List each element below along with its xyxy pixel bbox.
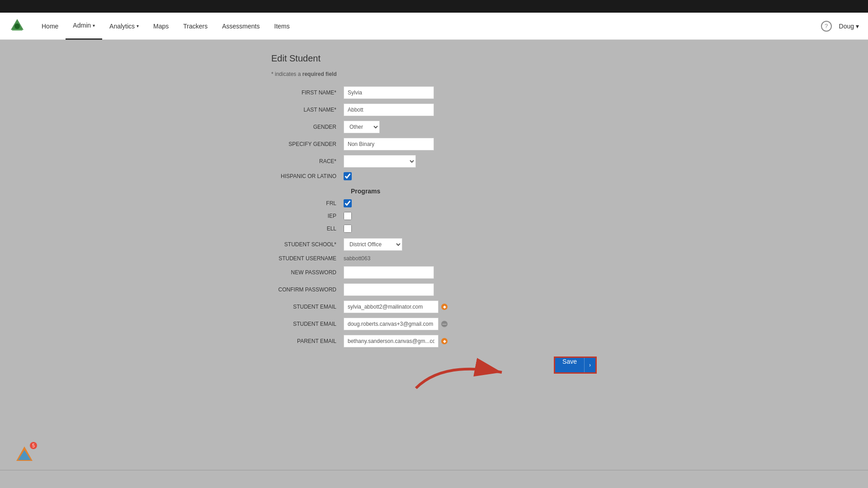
student-username-label: STUDENT USERNAME bbox=[271, 255, 344, 262]
last-name-input[interactable] bbox=[344, 103, 434, 116]
ell-row: ELL bbox=[271, 225, 597, 233]
app-logo[interactable] bbox=[9, 17, 25, 35]
specify-gender-row: SPECIFY GENDER bbox=[271, 138, 597, 150]
new-password-input[interactable] bbox=[344, 266, 434, 279]
nav-trackers[interactable]: Trackers bbox=[176, 13, 215, 40]
first-name-row: FIRST NAME* bbox=[271, 86, 597, 99]
ell-checkbox[interactable] bbox=[344, 225, 352, 233]
user-menu[interactable]: Doug ▾ bbox=[839, 23, 859, 30]
student-school-row: STUDENT SCHOOL* District Office School A… bbox=[271, 238, 597, 251]
race-label: RACE* bbox=[271, 158, 344, 164]
save-button-arrow-icon: › bbox=[584, 358, 595, 372]
iep-checkbox[interactable] bbox=[344, 212, 352, 220]
floating-icon[interactable]: 5 bbox=[14, 444, 35, 465]
student-school-label: STUDENT SCHOOL* bbox=[271, 241, 344, 248]
gender-label: GENDER bbox=[271, 124, 344, 130]
nav-admin[interactable]: Admin ▾ bbox=[66, 13, 102, 40]
race-row: RACE* American Indian or Alaska Native A… bbox=[271, 155, 597, 168]
hispanic-checkbox[interactable] bbox=[344, 172, 352, 180]
first-name-label: FIRST NAME* bbox=[271, 89, 344, 96]
student-email-2-input[interactable] bbox=[344, 318, 439, 330]
specify-gender-input[interactable] bbox=[344, 138, 434, 150]
nav-items[interactable]: Items bbox=[267, 13, 297, 40]
form-container: Edit Student * indicates a required fiel… bbox=[262, 53, 606, 401]
confirm-password-row: CONFIRM PASSWORD bbox=[271, 283, 597, 296]
user-name: Doug bbox=[839, 23, 854, 30]
student-username-value: sabbott063 bbox=[344, 255, 370, 262]
parent-email-container: ◆ bbox=[344, 335, 448, 347]
page-title: Edit Student bbox=[271, 53, 597, 64]
nav-analytics[interactable]: Analytics ▾ bbox=[102, 13, 146, 40]
student-email-2-label: STUDENT EMAIL bbox=[271, 321, 344, 327]
programs-section-title: Programs bbox=[351, 188, 597, 195]
parent-email-input[interactable] bbox=[344, 335, 439, 347]
student-username-row: STUDENT USERNAME sabbott063 bbox=[271, 255, 597, 262]
gender-row: GENDER Other Male Female bbox=[271, 121, 597, 133]
student-school-select[interactable]: District Office School A School B bbox=[344, 238, 402, 251]
top-bar bbox=[0, 0, 868, 13]
nav-items: Home Admin ▾ Analytics ▾ Maps Trackers A… bbox=[34, 13, 821, 40]
ell-label: ELL bbox=[271, 225, 344, 232]
student-email-1-row: STUDENT EMAIL ◆ bbox=[271, 300, 597, 313]
hispanic-label: HISPANIC OR LATINO bbox=[271, 173, 344, 179]
navbar: Home Admin ▾ Analytics ▾ Maps Trackers A… bbox=[0, 13, 868, 40]
student-email-2-row: STUDENT EMAIL — bbox=[271, 318, 597, 330]
new-password-label: NEW PASSWORD bbox=[271, 269, 344, 276]
student-email-1-label: STUDENT EMAIL bbox=[271, 304, 344, 310]
last-name-label: LAST NAME* bbox=[271, 107, 344, 113]
required-note: * indicates a required field bbox=[271, 71, 597, 77]
user-chevron-icon: ▾ bbox=[856, 23, 859, 30]
student-email-2-container: — bbox=[344, 318, 448, 330]
last-name-row: LAST NAME* bbox=[271, 103, 597, 116]
nav-assessments[interactable]: Assessments bbox=[215, 13, 267, 40]
student-email-1-container: ◆ bbox=[344, 300, 448, 313]
first-name-input[interactable] bbox=[344, 86, 434, 99]
parent-email-row: PARENT EMAIL ◆ bbox=[271, 335, 597, 347]
parent-email-label: PARENT EMAIL bbox=[271, 338, 344, 344]
nav-right: ? Doug ▾ bbox=[821, 21, 859, 32]
svg-point-2 bbox=[14, 23, 20, 29]
iep-row: IEP bbox=[271, 212, 597, 220]
gender-select[interactable]: Other Male Female bbox=[344, 121, 380, 133]
frl-row: FRL bbox=[271, 199, 597, 207]
floating-badge: 5 bbox=[30, 442, 37, 449]
bottom-bar bbox=[0, 470, 868, 488]
analytics-chevron-icon: ▾ bbox=[137, 23, 139, 28]
save-button[interactable]: Save › bbox=[554, 357, 597, 374]
email-1-remove-icon[interactable]: ◆ bbox=[441, 304, 448, 310]
help-button[interactable]: ? bbox=[821, 21, 832, 32]
frl-label: FRL bbox=[271, 200, 344, 206]
parent-email-icon[interactable]: ◆ bbox=[441, 338, 448, 344]
student-email-1-input[interactable] bbox=[344, 300, 439, 313]
iep-label: IEP bbox=[271, 213, 344, 219]
specify-gender-label: SPECIFY GENDER bbox=[271, 141, 344, 147]
race-select[interactable]: American Indian or Alaska Native Asian B… bbox=[344, 155, 416, 168]
save-button-label: Save bbox=[555, 358, 584, 372]
admin-chevron-icon: ▾ bbox=[93, 23, 95, 28]
confirm-password-input[interactable] bbox=[344, 283, 434, 296]
confirm-password-label: CONFIRM PASSWORD bbox=[271, 286, 344, 293]
new-password-row: NEW PASSWORD bbox=[271, 266, 597, 279]
nav-maps[interactable]: Maps bbox=[146, 13, 176, 40]
email-2-remove-icon[interactable]: — bbox=[441, 321, 448, 327]
nav-home[interactable]: Home bbox=[34, 13, 66, 40]
frl-checkbox[interactable] bbox=[344, 199, 352, 207]
main-content: Edit Student * indicates a required fiel… bbox=[0, 40, 868, 488]
hispanic-row: HISPANIC OR LATINO bbox=[271, 172, 597, 180]
